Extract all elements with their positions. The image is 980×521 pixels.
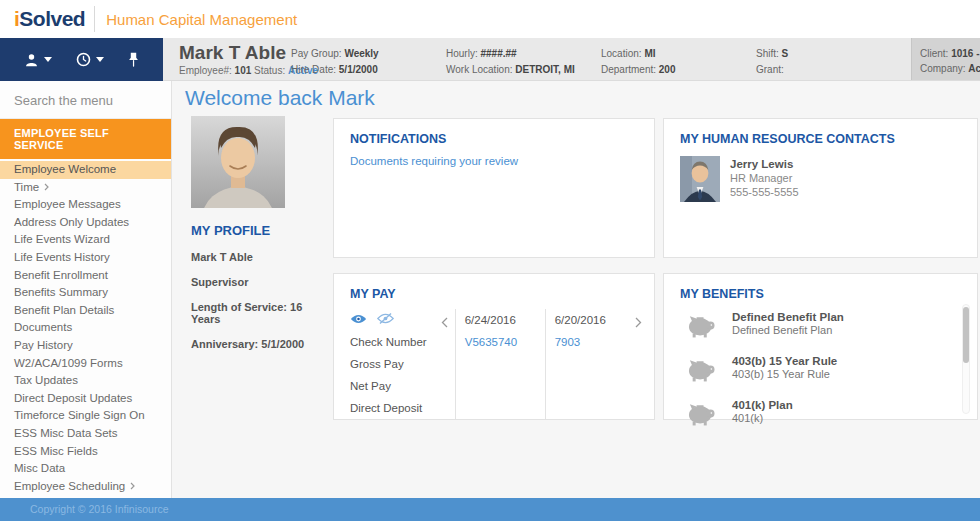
sidebar-section-employee-self-service[interactable]: EMPLOYEE SELF SERVICE — [0, 119, 171, 159]
pay-row-label: Gross Pay — [350, 353, 441, 375]
hide-values-eye-slash-icon[interactable] — [377, 311, 394, 329]
field-value: 5/1/2000 — [339, 64, 378, 75]
sidebar-item-life-events-wizard[interactable]: Life Events Wizard — [0, 231, 171, 249]
pin-icon — [128, 52, 139, 67]
sidebar-item-w2-aca-1099-forms[interactable]: W2/ACA/1099 Forms — [0, 355, 171, 373]
pin-menu-button[interactable] — [128, 52, 139, 67]
profile-length-of-service: Length of Service: 16 Years — [191, 301, 331, 325]
sidebar-item-time[interactable]: Time — [0, 179, 171, 197]
sidebar-menu: Employee Welcome Time Employee Messages … — [0, 159, 171, 495]
profile-name: Mark T Able — [191, 251, 331, 263]
sidebar-item-timeforce-single-sign-on[interactable]: Timeforce Single Sign On — [0, 407, 171, 425]
user-icon — [24, 53, 39, 67]
pay-grid: Check Number Gross Pay Net Pay Direct De… — [350, 309, 648, 419]
piggy-bank-icon — [686, 399, 718, 430]
contact-phone: 555-555-5555 — [730, 185, 799, 199]
pay-column: 6/24/2016 V5635740 — [455, 309, 545, 419]
sidebar-item-ess-misc-data-sets[interactable]: ESS Misc Data Sets — [0, 425, 171, 443]
check-number-link[interactable]: V5635740 — [465, 331, 545, 353]
show-values-eye-icon[interactable] — [350, 311, 367, 329]
my-benefits-card: MY BENEFITS Defined Benefit Plan Defined… — [663, 273, 978, 420]
field-label: Shift: — [756, 48, 779, 59]
field-value: S — [782, 48, 789, 59]
sidebar-item-direct-deposit-updates[interactable]: Direct Deposit Updates — [0, 390, 171, 408]
footer: Copyright © 2016 Infinisource — [0, 498, 980, 521]
sidebar-item-employee-messages[interactable]: Employee Messages — [0, 196, 171, 214]
pay-column: 6/20/2016 7903 — [545, 309, 635, 419]
pay-prev-chevron[interactable] — [441, 309, 454, 419]
employee-meta: Employee#: 101 Status: Active — [179, 65, 291, 76]
user-menu-button[interactable] — [24, 53, 52, 67]
profile-anniversary: Anniversary: 5/1/2000 — [191, 338, 331, 350]
clock-icon — [76, 52, 91, 67]
sidebar-item-benefit-plan-details[interactable]: Benefit Plan Details — [0, 302, 171, 320]
scrollbar-thumb[interactable] — [963, 307, 969, 363]
page-title: Welcome back Mark — [185, 86, 375, 110]
hr-contact: Jerry Lewis HR Manager 555-555-5555 — [664, 146, 977, 202]
sidebar-item-pay-history[interactable]: Pay History — [0, 337, 171, 355]
chevron-right-icon — [44, 183, 49, 191]
logo-divider — [94, 6, 95, 32]
benefit-list: Defined Benefit Plan Defined Benefit Pla… — [664, 311, 977, 430]
notifications-title: NOTIFICATIONS — [334, 119, 654, 146]
field-label: Location: — [601, 48, 642, 59]
field-label: Hourly: — [446, 48, 478, 59]
my-benefits-title: MY BENEFITS — [664, 274, 977, 301]
caret-down-icon — [96, 57, 104, 62]
benefit-desc: 403(b) 15 Year Rule — [732, 368, 837, 381]
documents-review-link[interactable]: Documents requiring your review — [350, 155, 518, 167]
benefit-name: Defined Benefit Plan — [732, 311, 844, 324]
benefit-name: 403(b) 15 Year Rule — [732, 355, 837, 368]
profile-photo — [191, 116, 285, 208]
sidebar-item-tax-updates[interactable]: Tax Updates — [0, 372, 171, 390]
profile-role: Supervisor — [191, 276, 331, 288]
copyright-text: Copyright © 2016 Infinisource — [30, 503, 168, 515]
sidebar-item-misc-data[interactable]: Misc Data — [0, 460, 171, 478]
my-profile-title: MY PROFILE — [191, 223, 331, 238]
sidebar-item-employee-welcome[interactable]: Employee Welcome — [0, 161, 171, 179]
search-input[interactable] — [14, 93, 152, 108]
header-col-hourly: Hourly: ####.## Work Location: DETROIT, … — [446, 46, 601, 80]
benefit-item-403b-15-year-rule[interactable]: 403(b) 15 Year Rule 403(b) 15 Year Rule — [686, 355, 947, 386]
sidebar-item-ess-misc-fields[interactable]: ESS Misc Fields — [0, 443, 171, 461]
pay-date: 6/24/2016 — [465, 309, 545, 331]
header-col-paygroup: Pay Group: Weekly Hire Date: 5/1/2000 — [291, 46, 446, 80]
sidebar-item-benefit-enrollment[interactable]: Benefit Enrollment — [0, 267, 171, 285]
pay-next-chevron[interactable] — [635, 309, 648, 419]
company-label: Company: — [920, 63, 966, 74]
app-tagline: Human Capital Management — [106, 11, 297, 28]
my-pay-title: MY PAY — [334, 274, 654, 301]
app-header: iSolved Human Capital Management — [0, 0, 980, 38]
chevron-right-icon — [130, 482, 135, 490]
hr-contacts-title: MY HUMAN RESOURCE CONTACTS — [664, 119, 977, 146]
sidebar-item-employee-scheduling[interactable]: Employee Scheduling — [0, 478, 171, 496]
sidebar-item-life-events-history[interactable]: Life Events History — [0, 249, 171, 267]
benefit-item-401k-plan[interactable]: 401(k) Plan 401(k) — [686, 399, 947, 430]
sidebar-item-documents[interactable]: Documents — [0, 319, 171, 337]
check-number-link[interactable]: 7903 — [555, 331, 635, 353]
contact-role: HR Manager — [730, 171, 799, 185]
contact-name: Jerry Lewis — [730, 157, 799, 171]
benefit-item-defined-benefit-plan[interactable]: Defined Benefit Plan Defined Benefit Pla… — [686, 311, 947, 342]
field-value: MI — [644, 48, 655, 59]
benefit-desc: 401(k) — [732, 412, 793, 425]
menu-search — [0, 81, 171, 119]
contact-photo — [680, 156, 720, 202]
employee-name: Mark T Able — [179, 43, 291, 63]
pay-row-label: Net Pay — [350, 375, 441, 397]
logo-rest: Solved — [19, 7, 85, 30]
field-label: Work Location: — [446, 64, 513, 75]
benefits-scrollbar — [962, 304, 970, 414]
employee-number-value: 101 — [235, 65, 252, 76]
isolved-logo: iSolved — [14, 7, 85, 31]
sidebar-item-benefits-summary[interactable]: Benefits Summary — [0, 284, 171, 302]
field-value: ####.## — [480, 48, 516, 59]
sidebar-nav: EMPLOYEE SELF SERVICE Employee Welcome T… — [0, 81, 172, 498]
field-value: 200 — [659, 64, 676, 75]
field-value: Weekly — [344, 48, 378, 59]
sidebar-item-address-only-updates[interactable]: Address Only Updates — [0, 214, 171, 232]
header-col-location: Location: MI Department: 200 — [601, 46, 756, 80]
hr-contacts-card: MY HUMAN RESOURCE CONTACTS Jerry Lewis H… — [663, 118, 978, 258]
client-company-box: Client: 1016 - Acme16 Company: Acme16 — [911, 38, 980, 80]
recent-menu-button[interactable] — [76, 52, 104, 67]
